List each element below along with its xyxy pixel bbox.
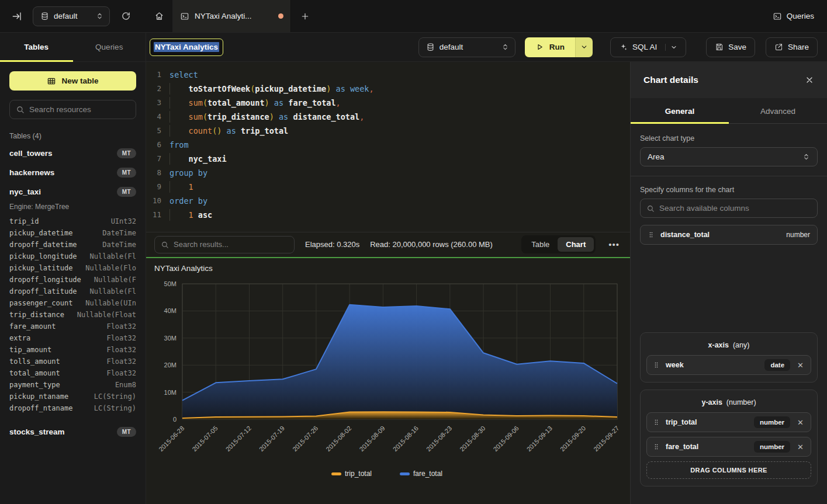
- table-row-hackernews[interactable]: hackernews MT: [9, 163, 136, 182]
- sidebar-search[interactable]: [9, 100, 136, 119]
- column-type: Nullable(Float: [77, 309, 136, 321]
- column-name: dropoff_datetime: [9, 239, 77, 251]
- tab-nytaxi-analytics[interactable]: NYTaxi Analyti...: [173, 0, 291, 32]
- columns-search-input[interactable]: [659, 204, 811, 213]
- sql-ai-options-button[interactable]: [665, 44, 677, 51]
- drop-zone[interactable]: DRAG COLUMNS HERE: [646, 461, 811, 479]
- axis-column-type: number: [754, 416, 790, 428]
- column-type: number: [786, 231, 810, 239]
- new-table-button[interactable]: New table: [9, 71, 136, 91]
- collapse-sidebar-button[interactable]: [8, 8, 26, 25]
- table-name: stocks_stream: [9, 427, 65, 436]
- x-tick-label: 2015-08-02: [324, 425, 352, 453]
- plus-icon: [300, 12, 310, 21]
- refresh-icon: [121, 11, 131, 21]
- queries-button[interactable]: Queries: [760, 0, 827, 32]
- results-more-button[interactable]: •••: [606, 239, 622, 249]
- run-button-group: Run: [525, 37, 593, 57]
- axis-column-name: trip_total: [666, 418, 697, 426]
- chart-type-select[interactable]: Area: [640, 147, 818, 166]
- x-tick-label: 2015-06-28: [157, 425, 185, 453]
- table-engine-label: Engine: MergeTree: [9, 203, 136, 211]
- query-tab-icon: [180, 12, 189, 21]
- legend-label-fare_total[interactable]: fare_total: [413, 470, 442, 478]
- x-tick-label: 2015-09-06: [492, 425, 520, 453]
- column-type: Float32: [106, 332, 136, 344]
- editor-line: 91: [146, 180, 630, 194]
- table-name: cell_towers: [9, 149, 53, 158]
- toolbar-database-select[interactable]: default: [418, 37, 515, 57]
- editor-line: 1select: [146, 68, 630, 82]
- line-number: 4: [146, 110, 169, 124]
- table-row-nyc-taxi[interactable]: nyc_taxi MT: [9, 182, 136, 201]
- results-chart[interactable]: NYTaxi Analytics010M20M30M40M50M2015-06-…: [146, 258, 630, 502]
- sidebar-tab-queries[interactable]: Queries: [73, 33, 146, 61]
- engine-badge: MT: [117, 187, 136, 197]
- column-type: Float32: [106, 367, 136, 379]
- editor-line: 6from: [146, 138, 630, 152]
- column-row: dropoff_datetimeDateTime: [9, 239, 136, 251]
- drag-handle-icon[interactable]: [653, 443, 660, 451]
- columns-search[interactable]: [640, 199, 818, 218]
- x-tick-label: 2015-08-23: [425, 425, 453, 453]
- x-tick-label: 2015-08-16: [392, 425, 420, 453]
- new-table-label: New table: [61, 77, 98, 85]
- available-column-distance-total[interactable]: distance_total number: [640, 225, 818, 245]
- view-toggle-chart[interactable]: Chart: [558, 237, 594, 252]
- remove-column-button[interactable]: ✕: [796, 418, 805, 427]
- table-row-stocks-stream[interactable]: stocks_stream MT: [9, 422, 136, 442]
- tab-advanced[interactable]: Advanced: [729, 98, 827, 123]
- drag-handle-icon[interactable]: [653, 418, 660, 426]
- sidebar-search-input[interactable]: [29, 105, 130, 114]
- column-type: Nullable(F: [94, 274, 136, 286]
- run-button[interactable]: Run: [525, 37, 575, 57]
- share-button[interactable]: Share: [766, 37, 818, 57]
- y-axis-item-trip-total[interactable]: trip_total number ✕: [646, 412, 811, 432]
- sql-editor[interactable]: 1select2toStartOfWeek(pickup_datetime) a…: [146, 62, 630, 232]
- drag-handle-icon[interactable]: [653, 361, 660, 369]
- x-axis-item-week[interactable]: week date ✕: [646, 355, 811, 375]
- code-text: select: [169, 68, 198, 82]
- axis-column-type: date: [764, 359, 790, 371]
- legend-label-trip_total[interactable]: trip_total: [345, 470, 372, 478]
- code-text: order by: [169, 194, 207, 208]
- legend-swatch-fare_total[interactable]: [400, 472, 410, 475]
- main-column: 1select2toStartOfWeek(pickup_datetime) a…: [146, 62, 630, 504]
- results-search-input[interactable]: [174, 240, 288, 249]
- home-button[interactable]: [146, 0, 173, 32]
- run-options-button[interactable]: [575, 37, 593, 57]
- column-type: Float32: [106, 344, 136, 356]
- engine-badge: MT: [117, 427, 136, 437]
- tab-general[interactable]: General: [631, 98, 729, 123]
- y-axis-item-fare-total[interactable]: fare_total number ✕: [646, 437, 811, 457]
- topbar-database-select[interactable]: default: [33, 6, 110, 26]
- legend-swatch-trip_total[interactable]: [331, 472, 341, 475]
- panel-title: Chart details: [643, 75, 698, 85]
- sql-ai-button[interactable]: SQL AI: [610, 37, 686, 57]
- view-toggle-table[interactable]: Table: [523, 237, 558, 252]
- query-title-text: NYTaxi Analytics: [154, 42, 219, 52]
- new-tab-button[interactable]: [291, 0, 319, 32]
- remove-column-button[interactable]: ✕: [796, 361, 805, 370]
- column-type: Nullable(Flo: [85, 262, 136, 274]
- query-title-input[interactable]: NYTaxi Analytics: [150, 39, 223, 56]
- column-row: tip_amountFloat32: [9, 344, 136, 356]
- column-name: pickup_ntaname: [9, 391, 68, 402]
- column-type: UInt32: [111, 215, 136, 227]
- remove-column-button[interactable]: ✕: [796, 443, 805, 451]
- tab-title: NYTaxi Analyti...: [195, 12, 252, 20]
- panel-tabs: General Advanced: [631, 98, 827, 124]
- line-number: 1: [146, 68, 169, 82]
- search-icon: [646, 204, 655, 213]
- close-icon[interactable]: [805, 75, 814, 85]
- columns-label: Specify columns for the chart: [640, 186, 818, 194]
- x-axis-card: x-axis (any) week date ✕: [640, 332, 818, 383]
- line-number: 8: [146, 166, 169, 180]
- save-button[interactable]: Save: [706, 37, 755, 57]
- drag-handle-icon[interactable]: [648, 231, 655, 239]
- results-search[interactable]: [154, 236, 295, 253]
- refresh-button[interactable]: [117, 8, 134, 25]
- sidebar-tab-tables[interactable]: Tables: [0, 33, 73, 61]
- table-row-cell-towers[interactable]: cell_towers MT: [9, 144, 136, 163]
- y-tick-label: 40M: [164, 307, 177, 314]
